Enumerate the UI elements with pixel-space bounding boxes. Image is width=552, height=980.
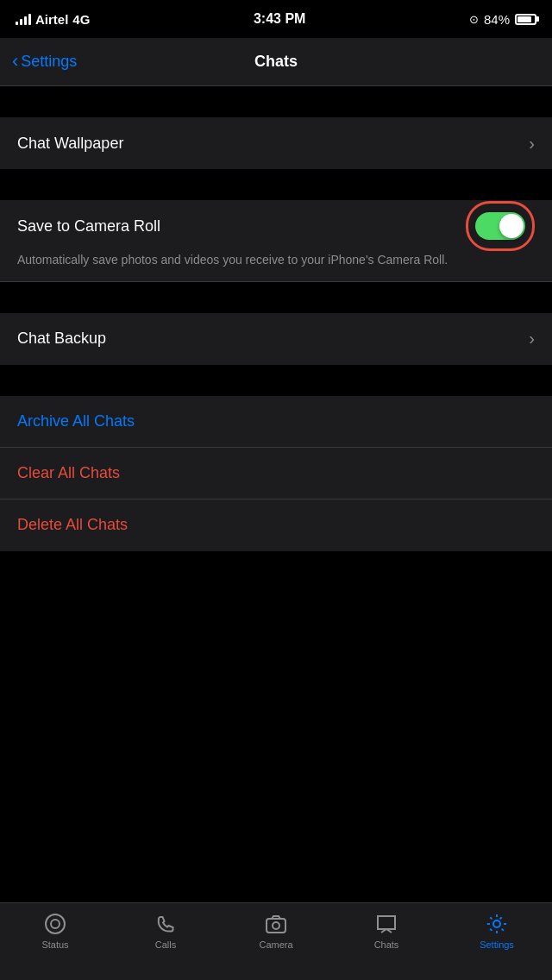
- toggle-highlight: [466, 200, 535, 252]
- battery-icon: [515, 14, 536, 25]
- settings-icon: [485, 912, 509, 936]
- tab-chats[interactable]: Chats: [331, 912, 442, 950]
- svg-point-4: [493, 920, 500, 927]
- calls-tab-label: Calls: [155, 939, 176, 950]
- delete-cell[interactable]: Delete All Chats: [0, 499, 552, 551]
- tab-bar: Status Calls Camera Chats Settings: [0, 902, 552, 980]
- camera-icon: [264, 912, 288, 936]
- save-camera-row: Save to Camera Roll: [17, 200, 535, 252]
- status-left: Airtel 4G: [16, 12, 90, 27]
- chats-icon: [374, 912, 398, 936]
- wallpaper-section: Chat Wallpaper ›: [0, 117, 552, 169]
- section-gap-3: [0, 282, 552, 313]
- chat-wallpaper-label: Chat Wallpaper: [17, 135, 123, 153]
- nav-bar: ‹ Settings Chats: [0, 38, 552, 86]
- section-gap-4: [0, 365, 552, 396]
- carrier-label: Airtel: [35, 12, 68, 27]
- save-camera-description: Automatically save photos and videos you…: [17, 252, 535, 281]
- time-display: 3:43 PM: [254, 11, 305, 27]
- back-button[interactable]: ‹ Settings: [12, 52, 77, 72]
- tab-camera[interactable]: Camera: [221, 912, 331, 950]
- backup-section: Chat Backup ›: [0, 313, 552, 365]
- lock-icon: ⊙: [469, 13, 479, 26]
- signal-bars: [16, 13, 31, 25]
- settings-tab-label: Settings: [480, 939, 514, 950]
- archive-cell[interactable]: Archive All Chats: [0, 396, 552, 448]
- camera-tab-label: Camera: [259, 939, 292, 950]
- network-label: 4G: [72, 12, 90, 27]
- save-camera-label: Save to Camera Roll: [17, 217, 160, 236]
- tab-settings[interactable]: Settings: [442, 912, 552, 950]
- calls-icon: [154, 912, 178, 936]
- toggle-knob: [499, 214, 524, 238]
- back-chevron-icon: ‹: [12, 50, 18, 72]
- svg-point-3: [273, 922, 279, 929]
- section-gap-2: [0, 169, 552, 200]
- status-icon: [43, 912, 67, 936]
- action-section: Archive All Chats Clear All Chats Delete…: [0, 396, 552, 551]
- chat-wallpaper-cell[interactable]: Chat Wallpaper ›: [0, 117, 552, 169]
- back-label: Settings: [21, 53, 77, 71]
- chats-tab-label: Chats: [374, 939, 399, 950]
- backup-chevron-icon: ›: [529, 329, 535, 349]
- svg-rect-2: [267, 919, 285, 933]
- page-title: Chats: [254, 53, 298, 71]
- tab-status[interactable]: Status: [0, 912, 110, 950]
- delete-label: Delete All Chats: [17, 516, 128, 534]
- svg-point-1: [51, 920, 60, 928]
- save-camera-toggle-section: Save to Camera Roll Automatically save p…: [0, 200, 552, 282]
- status-right: ⊙ 84%: [469, 12, 536, 27]
- section-gap-1: [0, 86, 552, 117]
- status-bar: Airtel 4G 3:43 PM ⊙ 84%: [0, 0, 552, 38]
- chat-backup-label: Chat Backup: [17, 330, 106, 348]
- clear-label: Clear All Chats: [17, 464, 120, 482]
- svg-point-0: [46, 914, 65, 933]
- wallpaper-chevron-icon: ›: [529, 134, 535, 154]
- archive-label: Archive All Chats: [17, 412, 135, 430]
- tab-calls[interactable]: Calls: [110, 912, 221, 950]
- save-camera-toggle[interactable]: [475, 212, 525, 240]
- save-camera-section: Save to Camera Roll Automatically save p…: [0, 200, 552, 282]
- clear-cell[interactable]: Clear All Chats: [0, 448, 552, 499]
- status-tab-label: Status: [41, 939, 68, 950]
- battery-percent: 84%: [484, 12, 510, 27]
- chat-backup-cell[interactable]: Chat Backup ›: [0, 313, 552, 365]
